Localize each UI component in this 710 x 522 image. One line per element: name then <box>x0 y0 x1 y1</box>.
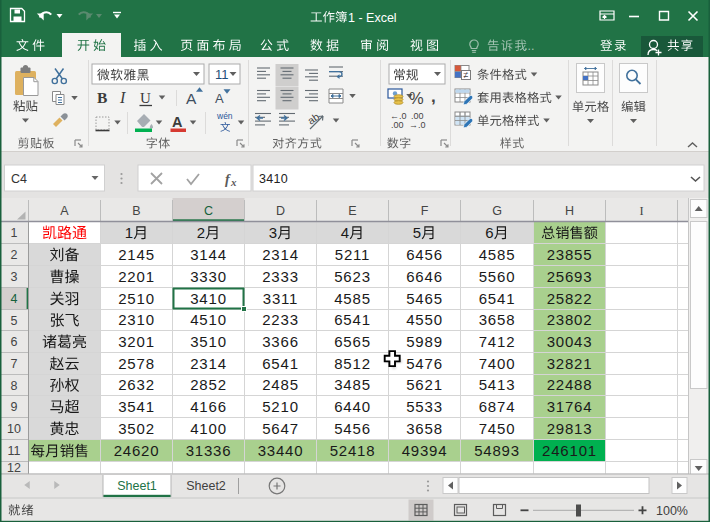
svg-text:H: H <box>565 204 574 218</box>
svg-text:2314: 2314 <box>190 355 227 372</box>
svg-text:3485: 3485 <box>334 376 371 393</box>
svg-text:3658: 3658 <box>406 420 443 437</box>
svg-text:4: 4 <box>341 224 349 241</box>
svg-text:U: U <box>140 90 151 106</box>
svg-text:4: 4 <box>11 292 18 306</box>
svg-text:6874: 6874 <box>479 398 516 415</box>
svg-text:3330: 3330 <box>190 268 227 285</box>
svg-text:A: A <box>215 91 224 106</box>
svg-text:2201: 2201 <box>118 268 155 285</box>
svg-text:5456: 5456 <box>334 420 371 437</box>
svg-text:246101: 246101 <box>542 442 597 459</box>
svg-text:4550: 4550 <box>406 311 443 328</box>
svg-text:7412: 7412 <box>479 333 516 350</box>
svg-text:...: ... <box>524 39 534 53</box>
svg-text:100%: 100% <box>656 504 688 518</box>
svg-text:3510: 3510 <box>190 333 227 350</box>
svg-text:6541: 6541 <box>479 290 516 307</box>
svg-text:3311: 3311 <box>263 290 298 307</box>
svg-text:6541: 6541 <box>334 311 371 328</box>
svg-text:5989: 5989 <box>406 333 443 350</box>
svg-text:4585: 4585 <box>479 246 516 263</box>
svg-text:1: 1 <box>125 224 133 241</box>
svg-text:5623: 5623 <box>334 268 371 285</box>
svg-text:8512: 8512 <box>334 355 371 372</box>
svg-text:4585: 4585 <box>334 290 371 307</box>
svg-text:B: B <box>97 89 107 106</box>
svg-text:Sheet2: Sheet2 <box>186 479 226 493</box>
svg-text:6456: 6456 <box>406 246 443 263</box>
svg-text:7: 7 <box>11 357 18 371</box>
svg-text:30043: 30043 <box>547 333 593 350</box>
svg-text:wén: wén <box>216 111 233 121</box>
svg-text:Sheet1: Sheet1 <box>117 479 157 493</box>
svg-text:7400: 7400 <box>479 355 516 372</box>
svg-text:3: 3 <box>11 270 18 284</box>
svg-text:2: 2 <box>11 248 18 262</box>
svg-text:1: 1 <box>11 226 18 240</box>
svg-text:A: A <box>172 114 183 130</box>
svg-text:2510: 2510 <box>118 290 155 307</box>
svg-text:5476: 5476 <box>406 355 443 372</box>
svg-text:5: 5 <box>413 224 421 241</box>
svg-text:3: 3 <box>269 224 277 241</box>
svg-text:2632: 2632 <box>118 376 155 393</box>
svg-text:5533: 5533 <box>406 398 443 415</box>
svg-text:B: B <box>132 204 140 218</box>
svg-text:3201: 3201 <box>118 333 155 350</box>
svg-text:3658: 3658 <box>479 311 516 328</box>
svg-text:31764: 31764 <box>547 398 593 415</box>
svg-text:12: 12 <box>7 461 21 475</box>
svg-text:33440: 33440 <box>258 442 304 459</box>
svg-text:C: C <box>204 204 213 218</box>
svg-text:5: 5 <box>11 314 18 328</box>
svg-text:.00: .00 <box>391 120 404 130</box>
svg-text:7450: 7450 <box>479 420 516 437</box>
svg-text:25693: 25693 <box>547 268 593 285</box>
svg-text:6: 6 <box>485 224 493 241</box>
svg-text:22488: 22488 <box>547 376 593 393</box>
svg-text:31336: 31336 <box>186 442 232 459</box>
svg-text:4510: 4510 <box>190 311 227 328</box>
svg-text:5413: 5413 <box>479 376 516 393</box>
svg-text:2310: 2310 <box>118 311 155 328</box>
svg-text:5211: 5211 <box>335 246 370 263</box>
svg-text:29813: 29813 <box>547 420 593 437</box>
svg-text:5647: 5647 <box>262 420 299 437</box>
svg-text:25822: 25822 <box>547 290 593 307</box>
svg-text:4100: 4100 <box>190 420 227 437</box>
svg-text:2852: 2852 <box>190 376 227 393</box>
svg-text:32821: 32821 <box>547 355 593 372</box>
svg-text:11: 11 <box>215 67 229 82</box>
svg-text:5621: 5621 <box>406 376 443 393</box>
svg-text:x: x <box>230 176 237 188</box>
svg-text:,: , <box>431 87 436 106</box>
svg-text:F: F <box>421 204 429 218</box>
svg-text:54893: 54893 <box>474 442 520 459</box>
svg-text:8: 8 <box>11 379 18 393</box>
svg-text:I: I <box>119 89 126 106</box>
svg-text:A: A <box>60 204 69 218</box>
svg-text:4166: 4166 <box>190 398 227 415</box>
svg-text:6646: 6646 <box>406 268 443 285</box>
svg-text:5210: 5210 <box>262 398 299 415</box>
svg-text:3366: 3366 <box>262 333 299 350</box>
svg-text:3410: 3410 <box>259 172 288 186</box>
svg-text:2: 2 <box>197 224 205 241</box>
svg-text:3410: 3410 <box>190 290 227 307</box>
svg-text:3144: 3144 <box>190 246 227 263</box>
svg-text:2485: 2485 <box>262 376 299 393</box>
svg-text:2233: 2233 <box>262 311 299 328</box>
svg-text:6565: 6565 <box>334 333 371 350</box>
svg-text:C4: C4 <box>11 172 27 186</box>
svg-text:%: % <box>409 89 424 107</box>
svg-text:6440: 6440 <box>334 398 371 415</box>
svg-text:E: E <box>348 204 356 218</box>
svg-text:23855: 23855 <box>547 246 593 263</box>
svg-text:6: 6 <box>11 335 18 349</box>
svg-text:3502: 3502 <box>118 420 155 437</box>
svg-text:10: 10 <box>7 422 21 436</box>
svg-text:52418: 52418 <box>330 442 376 459</box>
svg-text:5560: 5560 <box>479 268 516 285</box>
svg-text:6541: 6541 <box>262 355 299 372</box>
